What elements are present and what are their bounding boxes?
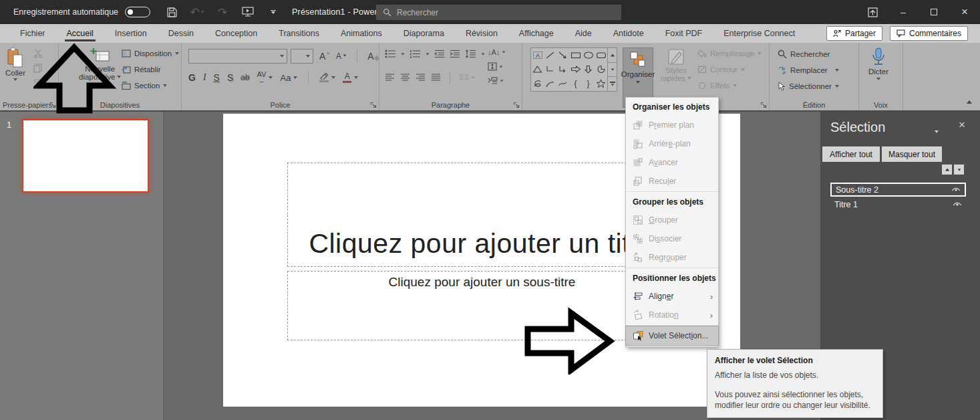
close-button[interactable]: × (949, 0, 980, 24)
highlight-color-button[interactable] (319, 73, 329, 82)
paragraph-dialog-launcher-icon[interactable] (513, 102, 520, 108)
hide-all-button[interactable]: Masquer tout (882, 146, 942, 162)
text-shadow-button[interactable]: S (227, 72, 233, 83)
pane-close-icon[interactable]: × (959, 118, 965, 132)
shape-elbow-arrow-icon[interactable] (556, 62, 569, 76)
shape-textbox-icon[interactable]: A (531, 48, 544, 62)
shape-star-icon[interactable] (595, 77, 607, 91)
align-center-icon[interactable] (400, 74, 410, 82)
tab-dessin[interactable]: Dessin (158, 24, 204, 43)
tab-foxit-pdf[interactable]: Foxit PDF (655, 24, 713, 43)
shape-arrow-icon[interactable] (556, 48, 569, 62)
decrease-indent-icon[interactable] (434, 49, 445, 58)
shape-right-brace-icon[interactable]: } (582, 77, 595, 91)
menu-item-aligner[interactable]: Aligner › (626, 287, 718, 306)
tab-diaporama[interactable]: Diaporama (393, 24, 455, 43)
bold-button[interactable]: G (188, 72, 196, 83)
layout-button[interactable]: Disposition (122, 49, 179, 58)
tab-antidote[interactable]: Antidote (603, 24, 655, 43)
strikethrough-button[interactable]: ab (240, 73, 249, 82)
tab-revision[interactable]: Révision (455, 24, 508, 43)
tab-transitions[interactable]: Transitions (268, 24, 330, 43)
collapse-ribbon-icon[interactable] (967, 94, 972, 106)
align-right-icon[interactable] (416, 74, 426, 82)
shape-down-arrow-icon[interactable] (582, 62, 595, 76)
visibility-eye-icon[interactable] (953, 201, 962, 207)
shrink-font-button[interactable]: A (336, 51, 347, 61)
font-size-combobox[interactable] (291, 49, 313, 64)
pane-options-chevron-icon[interactable] (935, 124, 939, 136)
shape-triangle-icon[interactable] (531, 62, 544, 76)
line-spacing-icon[interactable] (465, 49, 476, 58)
minimize-button[interactable]: – (888, 0, 919, 24)
shape-pie-icon[interactable] (595, 62, 607, 76)
selection-item-subtitle[interactable]: Sous-titre 2 (830, 183, 966, 197)
maximize-button[interactable] (919, 0, 949, 24)
tab-animations[interactable]: Animations (330, 24, 393, 43)
shape-arc-icon[interactable] (544, 77, 556, 91)
menu-item-volet-selection[interactable]: Volet Sélection... (626, 326, 718, 345)
text-direction-button[interactable]: ↓A↓ (488, 48, 506, 56)
save-icon[interactable] (165, 5, 178, 19)
increase-indent-icon[interactable] (450, 49, 460, 58)
replace-button[interactable]: bc Remplacer (778, 66, 839, 75)
align-text-button[interactable] (488, 62, 506, 71)
shapes-more-button[interactable] (608, 77, 617, 91)
reorder-up-button[interactable] (942, 165, 952, 175)
selection-item-title[interactable]: Titre 1 (830, 197, 966, 211)
tab-conception[interactable]: Conception (204, 24, 268, 43)
shapes-scroll-down-button[interactable] (608, 63, 617, 78)
shapes-scroll-up-button[interactable] (608, 48, 617, 63)
align-left-icon[interactable] (385, 74, 395, 82)
tab-aide[interactable]: Aide (564, 24, 603, 43)
ribbon-display-options-icon[interactable] (857, 0, 888, 24)
select-button[interactable]: Sélectionner (778, 82, 839, 91)
justify-icon[interactable] (431, 74, 441, 82)
section-button[interactable]: Section (122, 82, 167, 90)
paste-button[interactable]: Coller (5, 47, 25, 81)
shape-right-arrow-icon[interactable] (569, 62, 582, 76)
shape-curve-icon[interactable] (556, 77, 569, 91)
customize-quick-access-icon[interactable] (267, 5, 280, 19)
clear-formatting-button[interactable]: A (367, 51, 379, 62)
tab-fichier[interactable]: Fichier (9, 24, 56, 43)
change-case-button[interactable]: Aa (280, 73, 291, 83)
tab-enterprise-connect[interactable]: Enterprise Connect (713, 24, 806, 43)
drawing-dialog-launcher-icon[interactable] (760, 102, 767, 108)
shape-oval-icon[interactable] (582, 48, 595, 62)
tab-accueil[interactable]: Accueil (56, 24, 104, 43)
visibility-eye-icon[interactable] (951, 187, 961, 193)
tab-affichage[interactable]: Affichage (508, 24, 564, 43)
underline-button[interactable]: S (214, 72, 220, 83)
search-input[interactable] (397, 8, 597, 17)
reorder-down-button[interactable] (954, 165, 964, 175)
show-all-button[interactable]: Afficher tout (822, 146, 880, 162)
shape-elbow-connector-icon[interactable] (544, 62, 556, 76)
convert-to-smartart-button[interactable] (488, 77, 506, 85)
grow-font-button[interactable]: A^ (319, 51, 329, 62)
shape-left-brace-icon[interactable]: { (569, 77, 582, 91)
character-spacing-button[interactable]: AV↔ (257, 71, 267, 84)
font-dialog-launcher-icon[interactable] (370, 102, 377, 108)
dictate-button[interactable]: Dicter (868, 47, 888, 80)
font-name-combobox[interactable] (188, 49, 287, 64)
numbering-icon[interactable] (410, 49, 421, 58)
reset-button[interactable]: Rétablir (122, 66, 161, 74)
italic-button[interactable]: I (203, 72, 206, 83)
search-bar[interactable] (376, 5, 621, 20)
font-color-button[interactable]: A (343, 72, 351, 83)
shape-rounded-rectangle-icon[interactable] (595, 48, 607, 62)
comments-button[interactable]: Commentaires (890, 26, 968, 41)
shape-scribble-icon[interactable] (531, 77, 544, 91)
share-button[interactable]: Partager (826, 26, 882, 41)
shape-rectangle-icon[interactable] (569, 48, 582, 62)
tab-insertion[interactable]: Insertion (104, 24, 158, 43)
title-placeholder[interactable]: Cliquez pour ajouter un titre (287, 163, 677, 267)
bullets-icon[interactable] (385, 49, 396, 58)
slide-thumbnail[interactable] (22, 119, 149, 193)
autosave-toggle[interactable] (125, 7, 150, 17)
find-button[interactable]: Rechercher (778, 49, 830, 59)
shape-line-icon[interactable] (544, 48, 556, 62)
start-slideshow-icon[interactable] (241, 5, 255, 19)
subtitle-placeholder[interactable]: Cliquez pour ajouter un sous-titre (287, 271, 677, 340)
